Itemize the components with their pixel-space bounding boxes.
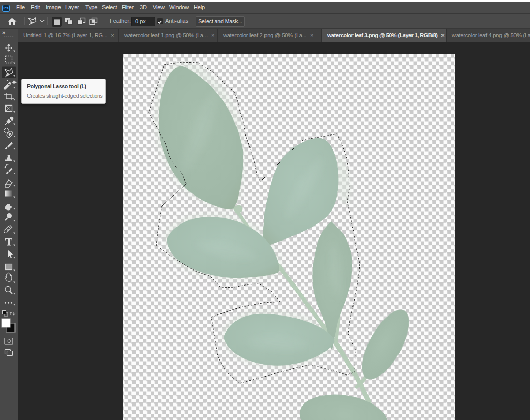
svg-text:»: » <box>2 29 5 35</box>
